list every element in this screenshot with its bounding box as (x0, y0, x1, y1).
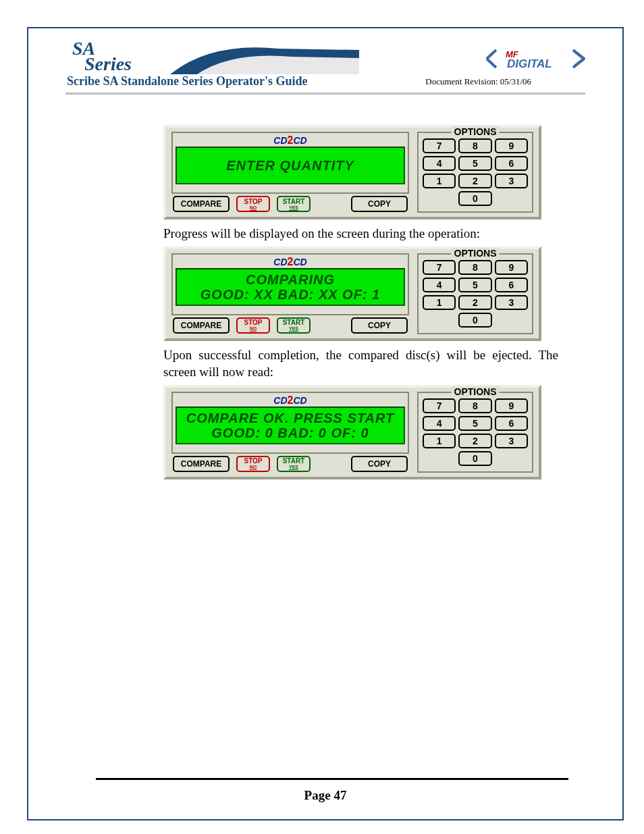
body-text-2: Upon successful completion, the compared… (163, 346, 558, 381)
keypad-grid: 7 8 9 4 5 6 1 2 3 0 (423, 260, 528, 328)
options-label: OPTIONS (451, 126, 499, 137)
key-7[interactable]: 7 (423, 260, 456, 275)
key-2[interactable]: 2 (458, 295, 491, 310)
lcd-brand: CD2CD (176, 256, 405, 268)
start-sublabel: YES (278, 465, 309, 469)
key-6[interactable]: 6 (495, 416, 528, 431)
key-5[interactable]: 5 (458, 416, 491, 431)
stop-sublabel: NO (238, 326, 269, 331)
brand-cd-left: CD (273, 257, 287, 267)
body-text-1: Progress will be displayed on the screen… (163, 225, 558, 242)
key-7[interactable]: 7 (423, 138, 456, 153)
page-border: SA Series MF DIGITAL Scribe SA Standalon… (27, 27, 624, 820)
compare-button[interactable]: COMPARE (173, 456, 230, 472)
footer-rule (96, 778, 568, 780)
start-label: START (278, 199, 309, 205)
lcd-line-1: COMPARING (246, 272, 335, 287)
device-panel-3: CD2CD COMPARE OK. PRESS START GOOD: 0 BA… (163, 385, 541, 479)
start-label: START (278, 458, 309, 465)
page-number: Page 47 (28, 788, 622, 803)
key-0[interactable]: 0 (458, 451, 491, 466)
brand-cd-left: CD (273, 395, 287, 406)
logo-series-text: Series (84, 57, 132, 72)
key-6[interactable]: 6 (495, 278, 528, 292)
device-panel-1: CD2CD ENTER QUANTITY COMPARE STOP NO STA… (163, 125, 541, 219)
lcd-frame: CD2CD ENTER QUANTITY (171, 132, 409, 194)
stop-label: STOP (238, 458, 269, 465)
options-label: OPTIONS (451, 248, 499, 259)
start-sublabel: YES (278, 205, 309, 210)
document-revision: Document Revision: 05/31/06 (425, 76, 531, 87)
options-label: OPTIONS (451, 386, 499, 397)
start-button[interactable]: START YES (277, 196, 311, 212)
options-keypad: OPTIONS 7 8 9 4 5 6 1 2 3 0 (417, 253, 533, 334)
copy-button[interactable]: COPY (351, 456, 408, 472)
keypad-grid: 7 8 9 4 5 6 1 2 3 0 (423, 398, 528, 466)
svg-text:DIGITAL: DIGITAL (507, 57, 552, 70)
lcd-frame: CD2CD COMPARING GOOD: XX BAD: XX OF: 1 (171, 253, 409, 315)
key-1[interactable]: 1 (423, 295, 456, 310)
start-button[interactable]: START YES (277, 456, 311, 472)
stop-button[interactable]: STOP NO (236, 196, 270, 212)
key-1[interactable]: 1 (423, 174, 456, 188)
start-sublabel: YES (278, 326, 309, 331)
key-7[interactable]: 7 (423, 398, 456, 413)
key-9[interactable]: 9 (495, 398, 528, 413)
lcd-frame: CD2CD COMPARE OK. PRESS START GOOD: 0 BA… (171, 392, 409, 454)
lcd-screen: COMPARING GOOD: XX BAD: XX OF: 1 (176, 268, 405, 306)
options-keypad: OPTIONS 7 8 9 4 5 6 1 2 3 0 (417, 392, 533, 473)
lcd-line-1: COMPARE OK. PRESS START (186, 411, 395, 425)
brand-cd-right: CD (293, 257, 306, 267)
key-6[interactable]: 6 (495, 156, 528, 171)
key-1[interactable]: 1 (423, 434, 456, 448)
key-5[interactable]: 5 (458, 278, 491, 292)
key-2[interactable]: 2 (458, 174, 491, 188)
key-3[interactable]: 3 (495, 174, 528, 188)
start-button[interactable]: START YES (277, 317, 311, 334)
key-9[interactable]: 9 (495, 260, 528, 275)
key-0[interactable]: 0 (458, 191, 491, 206)
copy-button[interactable]: COPY (351, 317, 408, 334)
stop-button[interactable]: STOP NO (236, 317, 270, 334)
key-2[interactable]: 2 (458, 434, 491, 448)
key-4[interactable]: 4 (423, 156, 456, 171)
brand-cd-left: CD (273, 135, 287, 146)
stop-label: STOP (238, 319, 269, 326)
header-swoosh-graphic (170, 42, 359, 74)
lcd-brand: CD2CD (176, 394, 405, 407)
device-panel-2: CD2CD COMPARING GOOD: XX BAD: XX OF: 1 C… (163, 246, 541, 341)
lcd-brand: CD2CD (176, 134, 405, 147)
key-3[interactable]: 3 (495, 295, 528, 310)
button-row: COMPARE STOP NO START YES COPY (173, 317, 408, 334)
button-row: COMPARE STOP NO START YES COPY (173, 455, 408, 473)
key-8[interactable]: 8 (458, 260, 491, 275)
key-5[interactable]: 5 (458, 156, 491, 171)
stop-button[interactable]: STOP NO (236, 456, 270, 472)
start-label: START (278, 319, 309, 326)
mf-digital-logo: MF DIGITAL (484, 47, 585, 70)
document-title: Scribe SA Standalone Series Operator's G… (67, 74, 308, 88)
key-0[interactable]: 0 (458, 313, 491, 328)
stop-sublabel: NO (238, 465, 269, 469)
stop-sublabel: NO (238, 205, 269, 210)
copy-button[interactable]: COPY (351, 196, 408, 212)
brand-cd-right: CD (293, 395, 306, 406)
key-8[interactable]: 8 (458, 398, 491, 413)
compare-button[interactable]: COMPARE (173, 196, 230, 212)
content-area: CD2CD ENTER QUANTITY COMPARE STOP NO STA… (65, 95, 558, 479)
key-9[interactable]: 9 (495, 138, 528, 153)
options-keypad: OPTIONS 7 8 9 4 5 6 1 2 3 0 (417, 132, 533, 213)
lcd-line-2: GOOD: XX BAD: XX OF: 1 (200, 287, 380, 302)
lcd-line-1: ENTER QUANTITY (226, 158, 354, 173)
key-4[interactable]: 4 (423, 278, 456, 292)
lcd-line-2: GOOD: 0 BAD: 0 OF: 0 (211, 425, 369, 440)
key-3[interactable]: 3 (495, 434, 528, 448)
key-4[interactable]: 4 (423, 416, 456, 431)
button-row: COMPARE STOP NO START YES COPY (173, 195, 408, 213)
keypad-grid: 7 8 9 4 5 6 1 2 3 0 (423, 138, 528, 206)
stop-label: STOP (238, 199, 269, 205)
sa-series-logo: SA Series (72, 41, 132, 72)
compare-button[interactable]: COMPARE (173, 317, 230, 334)
brand-cd-right: CD (293, 135, 306, 146)
key-8[interactable]: 8 (458, 138, 491, 153)
